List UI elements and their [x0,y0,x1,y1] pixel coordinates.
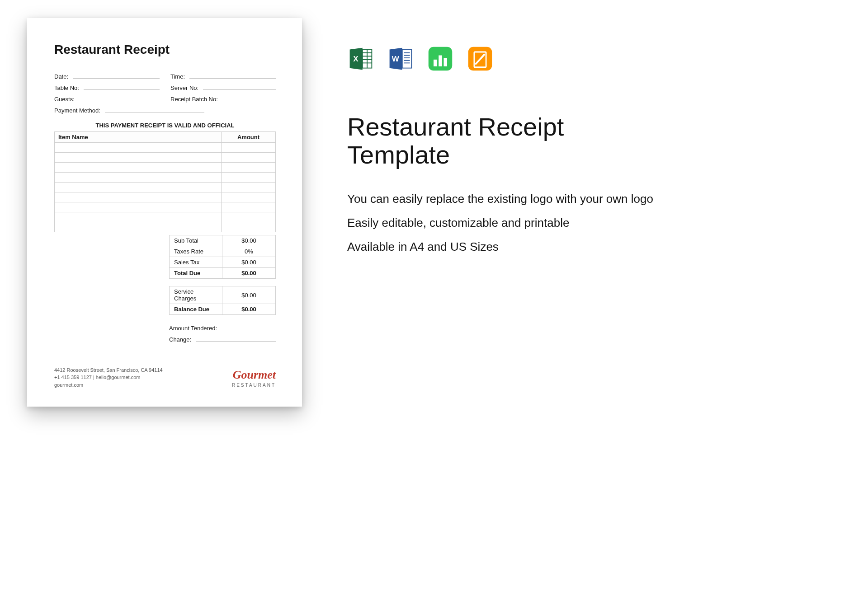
label-payment-method: Payment Method: [54,107,100,114]
label-service-charges: Service Charges [170,286,222,304]
input-line [222,324,276,330]
info-panel: X W Restaurant Receipt Template You can … [347,18,673,591]
row-amount-tendered: Amount Tendered: [169,324,276,332]
row-service-charges: Service Charges $0.00 [170,286,276,304]
label-sales-tax: Sales Tax [170,257,222,268]
brand-sub: RESTAURANT [232,382,276,389]
label-date: Date: [54,73,68,80]
receipt-footer: 4412 Roosevelt Street, San Francisco, CA… [54,358,276,389]
label-balance-due: Balance Due [170,304,222,315]
items-table: Item Name Amount [54,131,276,232]
value-sub-total: $0.00 [222,235,276,246]
input-line [84,84,160,90]
input-line [189,72,276,79]
row-sales-tax: Sales Tax $0.00 [170,257,276,268]
label-total-due: Total Due [170,268,222,279]
input-line [105,106,204,112]
brand-logo: Gourmet RESTAURANT [232,369,276,389]
field-date: Date: [54,72,160,80]
tendered-section: Amount Tendered: Change: [169,324,276,347]
footer-contact: 4412 Roosevelt Street, San Francisco, CA… [54,366,163,389]
label-receipt-batch-no: Receipt Batch No: [170,96,218,103]
label-amount-tendered: Amount Tendered: [169,325,217,332]
info-bullets: You can easily replace the existing logo… [347,191,673,255]
svg-text:W: W [392,55,399,63]
input-line [79,95,160,101]
input-line [222,95,276,101]
numbers-icon [427,45,454,72]
label-taxes-rate: Taxes Rate [170,246,222,257]
label-time: Time: [170,73,185,80]
label-table-no: Table No: [54,84,79,91]
label-guests: Guests: [54,96,75,103]
row-change: Change: [169,335,276,343]
footer-website: gourmet.com [54,381,163,389]
field-receipt-batch-no: Receipt Batch No: [170,95,276,103]
row-balance-due: Balance Due $0.00 [170,304,276,315]
field-server-no: Server No: [170,84,276,91]
receipt-fields: Date: Time: Table No: Server No: Guests:… [54,72,276,114]
row-total-due: Total Due $0.00 [170,268,276,279]
totals-table: Sub Total $0.00 Taxes Rate 0% Sales Tax … [169,235,276,279]
value-balance-due: $0.00 [222,304,276,315]
bullet-item: Available in A4 and US Sizes [347,239,673,255]
value-total-due: $0.00 [222,268,276,279]
label-server-no: Server No: [170,84,198,91]
value-service-charges: $0.00 [222,286,276,304]
excel-icon: X [347,45,374,72]
pages-icon [467,45,494,72]
svg-rect-19 [444,58,448,66]
label-change: Change: [169,336,191,343]
row-sub-total: Sub Total $0.00 [170,235,276,246]
input-line [73,72,160,79]
receipt-title: Restaurant Receipt [54,42,276,57]
receipt-document: Restaurant Receipt Date: Time: Table No:… [27,18,302,407]
info-title: Restaurant Receipt Template [347,113,673,169]
validity-notice: THIS PAYMENT RECEIPT IS VALID AND OFFICI… [54,122,276,129]
col-amount: Amount [222,132,276,143]
bullet-item: Easily editable, customizable and printa… [347,215,673,231]
row-taxes-rate: Taxes Rate 0% [170,246,276,257]
items-body [55,143,276,232]
value-taxes-rate: 0% [222,246,276,257]
svg-text:X: X [353,55,359,63]
word-icon: W [387,45,414,72]
format-icons: X W [347,45,673,72]
field-guests: Guests: [54,95,160,103]
col-item-name: Item Name [55,132,222,143]
field-time: Time: [170,72,276,80]
svg-rect-9 [402,49,412,68]
brand-name: Gourmet [232,369,276,381]
balance-table: Service Charges $0.00 Balance Due $0.00 [169,286,276,315]
value-sales-tax: $0.00 [222,257,276,268]
bullet-item: You can easily replace the existing logo… [347,191,673,207]
footer-address: 4412 Roosevelt Street, San Francisco, CA… [54,366,163,374]
svg-rect-18 [439,56,442,66]
footer-phone-email: +1 415 359 1127 | hello@gourmet.com [54,374,163,381]
field-table-no: Table No: [54,84,160,91]
field-payment-method: Payment Method: [54,106,276,114]
label-sub-total: Sub Total [170,235,222,246]
svg-rect-17 [434,60,437,66]
input-line [203,84,276,90]
input-line [196,335,276,342]
